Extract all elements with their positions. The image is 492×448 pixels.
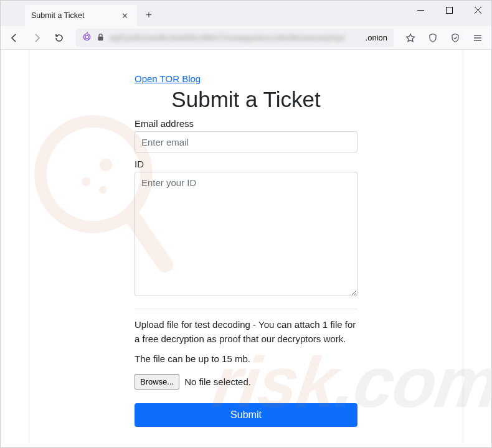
svg-point-1 [83, 34, 90, 40]
svg-point-2 [85, 35, 88, 39]
svg-rect-3 [98, 36, 103, 40]
hamburger-menu-icon[interactable] [468, 29, 487, 47]
no-file-selected-text: No file selected. [184, 376, 251, 387]
url-text-blurred: aqf1acfincnwdfxcihaWitcnfttbv7cnwaqqodvc… [110, 33, 363, 42]
upload-description: Upload file for test decoding - You can … [135, 318, 357, 346]
lock-icon [97, 32, 105, 44]
window-controls [406, 0, 492, 20]
browse-button[interactable]: Browse... [135, 374, 179, 390]
page-card: Open TOR Blog Submit a Ticket Email addr… [30, 50, 462, 443]
file-size-note: The file can be up to 15 mb. [135, 353, 357, 364]
back-button[interactable] [5, 29, 24, 47]
svg-rect-0 [446, 7, 452, 13]
file-picker-row: Browse... No file selected. [135, 374, 357, 390]
shield-icon[interactable] [423, 29, 442, 47]
bookmark-star-icon[interactable] [401, 29, 420, 47]
window-close-button[interactable] [463, 0, 492, 20]
window-maximize-button[interactable] [435, 0, 463, 20]
id-textarea[interactable] [135, 172, 357, 296]
submit-button[interactable]: Submit [135, 403, 357, 427]
browser-toolbar: aqf1acfincnwdfxcihaWitcnfttbv7cnwaqqodvc… [0, 26, 492, 50]
tab-close-icon[interactable]: ✕ [119, 11, 131, 21]
separator [135, 309, 357, 309]
page-title: Submit a Ticket [135, 87, 357, 112]
email-label: Email address [135, 118, 357, 129]
new-tab-button[interactable]: + [142, 9, 156, 21]
browser-tab[interactable]: Submit a Ticket ✕ [25, 5, 137, 26]
reload-button[interactable] [50, 29, 69, 47]
url-suffix: .onion [366, 33, 387, 42]
security-level-icon[interactable] [446, 29, 465, 47]
onion-service-icon [82, 32, 92, 44]
open-tor-blog-link[interactable]: Open TOR Blog [135, 73, 201, 84]
window-minimize-button[interactable] [406, 0, 435, 20]
address-bar[interactable]: aqf1acfincnwdfxcihaWitcnfttbv7cnwaqqodvc… [76, 29, 394, 47]
forward-button[interactable] [27, 29, 46, 47]
page-viewport: Open TOR Blog Submit a Ticket Email addr… [0, 50, 492, 443]
window-title-bar: Submit a Ticket ✕ + [0, 0, 492, 26]
id-label: ID [135, 159, 357, 169]
email-input[interactable] [135, 131, 357, 152]
tab-title: Submit a Ticket [31, 11, 119, 20]
